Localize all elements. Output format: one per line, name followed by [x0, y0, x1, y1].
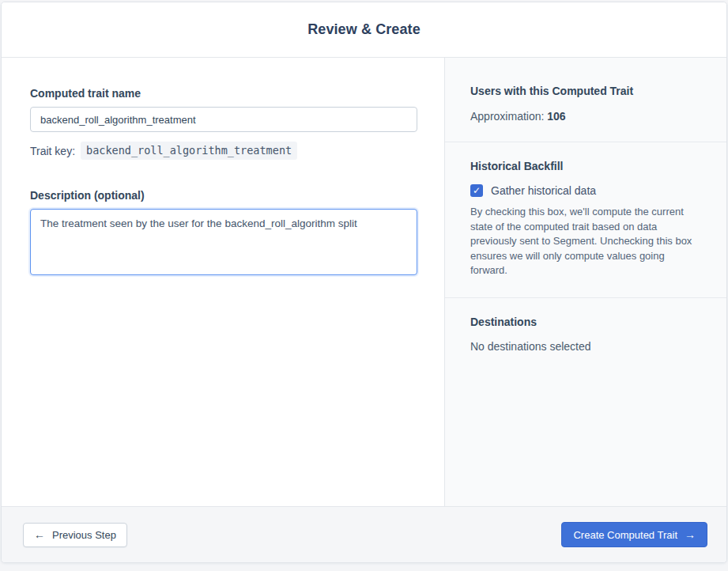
create-computed-trait-label: Create Computed Trait — [573, 529, 677, 541]
trait-key-label: Trait key: — [30, 145, 75, 157]
card-body: Computed trait name Trait key: backend_r… — [2, 58, 726, 506]
backfill-checkbox-label: Gather historical data — [491, 184, 596, 197]
arrow-left-icon: ← — [34, 529, 45, 540]
description-block: Description (optional) The treatment see… — [30, 189, 417, 278]
destinations-value: No destinations selected — [470, 340, 701, 353]
previous-step-label: Previous Step — [52, 529, 116, 541]
section-divider — [445, 142, 726, 142]
arrow-right-icon: → — [685, 529, 696, 540]
summary-panel: Users with this Computed Trait Approxima… — [444, 58, 726, 506]
users-heading: Users with this Computed Trait — [470, 85, 701, 97]
approximation-value: 106 — [547, 110, 565, 123]
gather-historical-data-checkbox[interactable]: ✓ — [470, 184, 483, 197]
page-title: Review & Create — [307, 21, 421, 38]
trait-key-badge: backend_roll_algorithm_treatment — [81, 142, 297, 160]
trait-form: Computed trait name Trait key: backend_r… — [2, 58, 444, 506]
backfill-checkbox-row[interactable]: ✓ Gather historical data — [470, 184, 701, 197]
create-computed-trait-button[interactable]: Create Computed Trait → — [561, 522, 707, 547]
backfill-heading: Historical Backfill — [470, 160, 701, 172]
section-divider — [445, 297, 726, 298]
card-footer: ← Previous Step Create Computed Trait → — [2, 506, 726, 562]
trait-key-row: Trait key: backend_roll_algorithm_treatm… — [30, 142, 417, 160]
destinations-heading: Destinations — [470, 316, 701, 328]
trait-name-input[interactable] — [30, 107, 417, 132]
previous-step-button[interactable]: ← Previous Step — [23, 523, 127, 547]
trait-name-label: Computed trait name — [30, 87, 417, 100]
description-textarea[interactable]: The treatment seen by the user for the b… — [30, 209, 417, 275]
approximation-label: Approximation: — [470, 110, 544, 123]
approximation-row: Approximation: 106 — [470, 110, 701, 123]
backfill-help-text: By checking this box, we'll compute the … — [470, 205, 701, 278]
description-label: Description (optional) — [30, 189, 417, 202]
review-create-card: Review & Create Computed trait name Trai… — [1, 2, 727, 563]
card-header: Review & Create — [2, 2, 726, 58]
